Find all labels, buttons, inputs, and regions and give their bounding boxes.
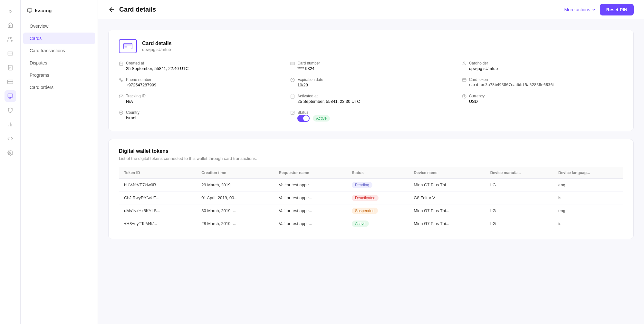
sidebar-nav: Overview Cards Card transactions Dispute… bbox=[21, 20, 98, 93]
svg-rect-1 bbox=[8, 52, 13, 55]
sidebar-item-overview[interactable]: Overview bbox=[23, 20, 95, 32]
card-section-subtitle: upwjug sUmfub bbox=[142, 47, 172, 52]
table-header: Token ID Creation time Requestor name St… bbox=[119, 167, 623, 179]
chart-rail-icon[interactable] bbox=[5, 119, 16, 130]
issuing-rail-icon[interactable] bbox=[5, 90, 16, 102]
topbar-right: More actions Reset PIN bbox=[564, 4, 634, 15]
tokens-table: Token ID Creation time Requestor name St… bbox=[119, 167, 623, 230]
svg-rect-12 bbox=[27, 9, 32, 12]
cell-status: Pending bbox=[347, 179, 409, 191]
svg-rect-6 bbox=[7, 80, 13, 84]
detail-created-at: Created at 25 September, 55841, 22:40 UT… bbox=[119, 61, 280, 71]
cell-device-lang: is bbox=[553, 217, 623, 230]
cell-device-name: G8 Feitur V bbox=[409, 191, 485, 204]
sidebar: Issuing Overview Cards Card transactions… bbox=[21, 0, 98, 324]
sidebar-item-cards[interactable]: Cards bbox=[23, 33, 95, 44]
clock-icon bbox=[290, 78, 295, 83]
cell-requestor-name: Valitor test app r... bbox=[274, 191, 347, 204]
svg-rect-3 bbox=[8, 65, 12, 70]
content-area: Card details upwjug sUmfub Created at 25… bbox=[98, 19, 644, 324]
status-icon bbox=[290, 111, 295, 116]
cell-token-id: hUVJfrVE7kiw0R... bbox=[119, 179, 196, 191]
card-section-header: Card details upwjug sUmfub bbox=[119, 39, 623, 53]
card-details-section: Card details upwjug sUmfub Created at 25… bbox=[108, 30, 634, 131]
card-rail-icon[interactable] bbox=[5, 48, 16, 59]
home-icon[interactable] bbox=[5, 19, 16, 31]
wallet-subtitle: List of the digital tokens connected to … bbox=[119, 156, 623, 161]
cell-device-manuf: LG bbox=[485, 179, 553, 191]
sidebar-item-disputes[interactable]: Disputes bbox=[23, 57, 95, 69]
status-toggle[interactable] bbox=[297, 115, 310, 122]
cell-status: Suspended bbox=[347, 204, 409, 217]
sidebar-title: Issuing bbox=[35, 8, 52, 13]
users-icon[interactable] bbox=[5, 34, 16, 45]
wallet-title: Digital wallet tokens bbox=[119, 148, 623, 154]
token-status-badge: Deactivated bbox=[352, 195, 379, 201]
token-status-badge: Active bbox=[352, 221, 369, 227]
table-row[interactable]: hUVJfrVE7kiw0R... 29 March, 2019, ... Va… bbox=[119, 179, 623, 191]
phone-icon bbox=[119, 78, 123, 83]
sidebar-item-programs[interactable]: Programs bbox=[23, 69, 95, 81]
cell-device-lang: is bbox=[553, 191, 623, 204]
icon-rail: » bbox=[0, 0, 21, 324]
card-icon-box bbox=[119, 39, 137, 53]
detail-card-token: Card token card_bc3a78b493807cadbbf5a528… bbox=[462, 77, 623, 87]
token-status-badge: Suspended bbox=[352, 208, 378, 214]
currency-icon bbox=[462, 94, 466, 100]
svg-rect-27 bbox=[291, 95, 294, 98]
sidebar-item-card-transactions[interactable]: Card transactions bbox=[23, 45, 95, 56]
main-area: Card details More actions Reset PIN bbox=[98, 0, 644, 324]
svg-rect-21 bbox=[291, 62, 294, 65]
col-creation-time: Creation time bbox=[196, 167, 274, 179]
table-row[interactable]: uMs1vxHx8KYLS... 30 March, 2019, ... Val… bbox=[119, 204, 623, 217]
sidebar-item-card-orders[interactable]: Card orders bbox=[23, 82, 95, 93]
more-actions-button[interactable]: More actions bbox=[564, 7, 596, 12]
chevron-icon[interactable]: » bbox=[5, 5, 16, 17]
cell-device-manuf: LG bbox=[485, 204, 553, 217]
detail-activated-at: Activated at 25 September, 55841, 23:30 … bbox=[290, 94, 451, 104]
empty-cell bbox=[462, 110, 623, 122]
detail-currency: Currency USD bbox=[462, 94, 623, 104]
svg-point-33 bbox=[120, 112, 122, 113]
cell-device-lang: eng bbox=[553, 179, 623, 191]
detail-expiration: Expiration date 10/28 bbox=[290, 77, 451, 87]
cell-device-manuf: — bbox=[485, 191, 553, 204]
svg-rect-17 bbox=[120, 62, 123, 65]
svg-point-0 bbox=[8, 37, 10, 39]
cell-creation-time: 29 March, 2019, ... bbox=[196, 179, 274, 191]
cell-device-name: Minn G7 Plus Thi... bbox=[409, 217, 485, 230]
table-row[interactable]: +H8+uyTTsM4t/... 28 March, 2019, ... Val… bbox=[119, 217, 623, 230]
token-status-badge: Pending bbox=[352, 182, 372, 188]
location-icon bbox=[119, 111, 123, 116]
cell-device-lang: eng bbox=[553, 204, 623, 217]
creditcard-icon bbox=[290, 61, 295, 67]
back-button[interactable] bbox=[108, 6, 115, 13]
col-status: Status bbox=[347, 167, 409, 179]
cell-creation-time: 30 March, 2019, ... bbox=[196, 204, 274, 217]
cell-device-name: Minn G7 Plus Thi... bbox=[409, 179, 485, 191]
tokens-table-wrap: Token ID Creation time Requestor name St… bbox=[119, 167, 623, 230]
cell-creation-time: 28 March, 2019, ... bbox=[196, 217, 274, 230]
col-token-id: Token ID bbox=[119, 167, 196, 179]
wallet-rail-icon[interactable] bbox=[5, 76, 16, 88]
reset-pin-button[interactable]: Reset PIN bbox=[600, 4, 634, 15]
cardtoken-icon bbox=[462, 78, 466, 83]
cell-token-id: CbJtRwyRYfwUT... bbox=[119, 191, 196, 204]
page-title: Card details bbox=[119, 6, 156, 13]
badge-rail-icon[interactable] bbox=[5, 62, 16, 74]
svg-point-11 bbox=[9, 152, 11, 154]
cell-status: Active bbox=[347, 217, 409, 230]
topbar: Card details More actions Reset PIN bbox=[98, 0, 644, 19]
digital-wallet-section: Digital wallet tokens List of the digita… bbox=[108, 139, 634, 239]
table-row[interactable]: CbJtRwyRYfwUT... 01 April, 2019, 00... V… bbox=[119, 191, 623, 204]
sidebar-header: Issuing bbox=[21, 5, 98, 20]
code-rail-icon[interactable] bbox=[5, 133, 16, 144]
cell-status: Deactivated bbox=[347, 191, 409, 204]
detail-phone: Phone number +972547287999 bbox=[119, 77, 280, 87]
cell-creation-time: 01 April, 2019, 00... bbox=[196, 191, 274, 204]
cell-token-id: +H8+uyTTsM4t/... bbox=[119, 217, 196, 230]
settings-rail-icon[interactable] bbox=[5, 147, 16, 159]
cell-requestor-name: Valitor test app r... bbox=[274, 179, 347, 191]
topbar-left: Card details bbox=[108, 6, 156, 13]
shield-rail-icon[interactable] bbox=[5, 104, 16, 116]
